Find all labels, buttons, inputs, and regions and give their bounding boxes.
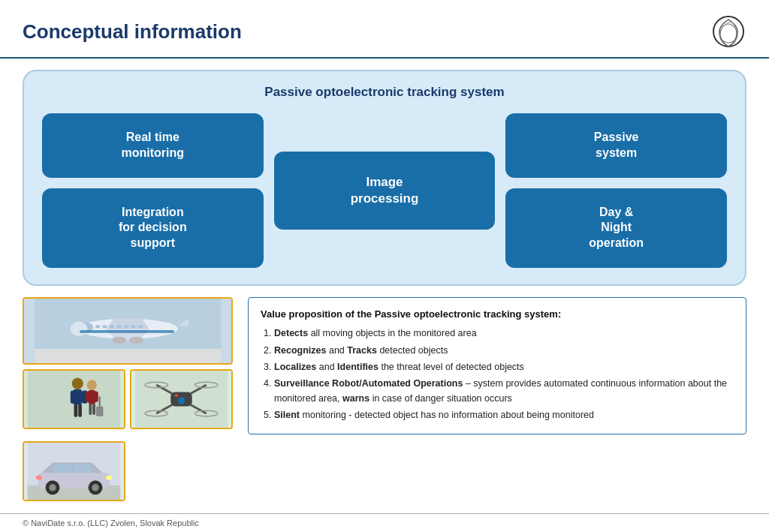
svg-rect-2	[35, 349, 221, 363]
page-footer: © NaviDate s.r.o. (LLC) Zvolen, Slovak R…	[0, 513, 769, 532]
svg-rect-28	[86, 392, 91, 402]
svg-rect-24	[74, 404, 78, 417]
svg-point-44	[178, 397, 185, 404]
svg-rect-29	[93, 392, 98, 402]
svg-rect-25	[78, 404, 82, 417]
svg-rect-17	[138, 325, 143, 328]
feature-image-processing: Imageprocessing	[274, 152, 496, 230]
bottom-section: Value proposition of the Passive optoele…	[23, 297, 746, 501]
svg-rect-18	[80, 330, 174, 333]
svg-point-55	[92, 484, 99, 491]
diagram-title: Passive optoelectronic tracking system	[42, 85, 727, 100]
company-logo-icon	[710, 14, 746, 50]
svg-rect-16	[131, 325, 136, 328]
footer-text: © NaviDate s.r.o. (LLC) Zvolen, Slovak R…	[23, 518, 199, 527]
svg-rect-14	[117, 325, 122, 328]
images-grid	[23, 297, 233, 501]
svg-rect-22	[71, 391, 77, 404]
diagram-grid: Real timemonitoring Imageprocessing Pass…	[42, 113, 727, 268]
value-item-1: Detects all moving objects in the monito…	[274, 326, 734, 341]
main-content: Passive optoelectronic tracking system R…	[0, 59, 769, 512]
diagram-container: Passive optoelectronic tracking system R…	[23, 70, 746, 286]
svg-marker-50	[53, 464, 72, 472]
svg-rect-56	[106, 476, 112, 480]
svg-rect-30	[89, 404, 92, 415]
svg-point-8	[112, 337, 126, 344]
page-title: Conceptual information	[23, 20, 242, 44]
svg-rect-13	[110, 325, 114, 328]
value-proposition-box: Value proposition of the Passive optoele…	[248, 297, 746, 434]
svg-rect-11	[95, 325, 100, 328]
feature-integration: Integrationfor decisionsupport	[42, 188, 264, 268]
svg-rect-32	[96, 406, 104, 416]
car-image	[23, 441, 125, 501]
svg-rect-15	[124, 325, 128, 328]
svg-point-0	[713, 17, 743, 47]
svg-point-9	[129, 337, 143, 344]
value-item-3: Localizes and Identifies the threat leve…	[274, 360, 734, 374]
value-title: Value proposition of the Passive optoele…	[261, 307, 734, 322]
svg-point-26	[87, 380, 97, 389]
airplane-image	[23, 297, 233, 365]
svg-marker-51	[73, 464, 92, 472]
drone-image	[130, 369, 233, 429]
feature-passive-system: Passivesystem	[505, 113, 727, 178]
svg-point-53	[49, 484, 56, 491]
svg-point-10	[71, 322, 88, 336]
svg-rect-12	[103, 325, 107, 328]
value-item-2: Recognizes and Tracks detected objects	[274, 344, 734, 358]
svg-rect-57	[36, 476, 42, 480]
feature-realtime: Real timemonitoring	[42, 113, 264, 178]
value-item-4: Surveillance Robot/Automated Operations …	[274, 377, 734, 406]
svg-point-45	[175, 394, 178, 397]
svg-rect-31	[92, 404, 95, 415]
value-list: Detects all moving objects in the monito…	[261, 326, 734, 422]
page-header: Conceptual information	[0, 0, 769, 59]
people-image	[23, 369, 125, 429]
feature-day-night: Day &Nightoperation	[505, 188, 727, 268]
svg-point-20	[72, 377, 83, 389]
value-item-5: Silent monitoring - detected object has …	[274, 408, 734, 422]
